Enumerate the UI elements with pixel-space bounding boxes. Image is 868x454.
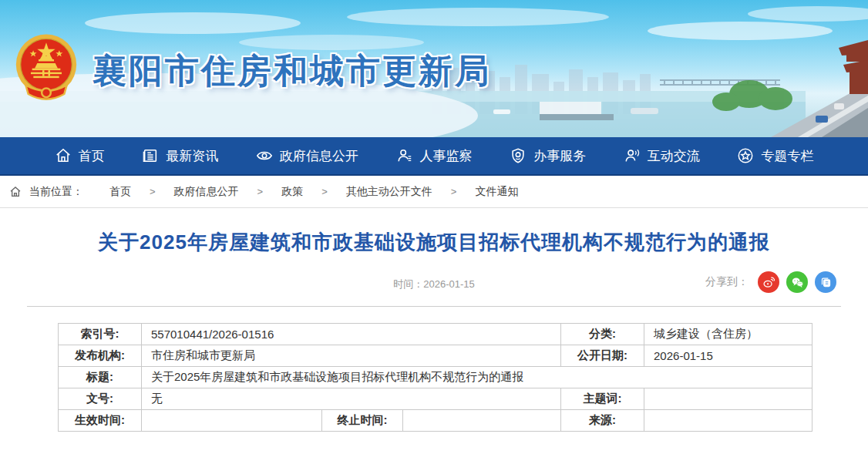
- effective-date-label: 生效时间:: [59, 410, 142, 432]
- doc-number-label: 文号:: [59, 388, 142, 410]
- breadcrumb-home-icon: [9, 186, 22, 198]
- breadcrumb-link-policy[interactable]: 政策: [281, 185, 303, 199]
- star-circle-icon: [737, 147, 754, 164]
- eye-icon: [256, 147, 273, 164]
- issuing-agency-value: 市住房和城市更新局: [142, 345, 561, 367]
- breadcrumb-link-home[interactable]: 首页: [109, 185, 131, 199]
- breadcrumb-link-gov-info[interactable]: 政府信息公开: [174, 185, 239, 199]
- source-label: 来源:: [561, 410, 644, 432]
- article-meta-line: 时间：2026-01-15 分享到：: [0, 271, 868, 296]
- wechat-icon: [791, 276, 804, 289]
- nav-label: 互动交流: [648, 147, 700, 165]
- agency-name: 襄阳市住房和城市更新局: [93, 49, 491, 94]
- nav-label: 最新资讯: [166, 147, 218, 165]
- article-area: 关于2025年房屋建筑和市政基础设施项目招标代理机构不规范行为的通报 时间：20…: [0, 208, 868, 432]
- nav-item-gov-info[interactable]: 政府信息公开: [256, 147, 358, 165]
- breadcrumb-separator: >: [451, 186, 457, 197]
- effective-date-value: [142, 410, 322, 432]
- share-label: 分享到：: [705, 275, 749, 289]
- nav-label: 首页: [79, 147, 105, 165]
- person-icon: [396, 147, 413, 164]
- weibo-icon: [762, 276, 775, 289]
- nav-label: 办事服务: [533, 147, 586, 165]
- breadcrumb-link-other-public-docs[interactable]: 其他主动公开文件: [346, 185, 432, 199]
- breadcrumb-prefix: 当前位置：: [29, 185, 83, 199]
- home-icon: [55, 147, 72, 164]
- time-value: 2026-01-15: [423, 278, 475, 290]
- source-value: [644, 410, 812, 432]
- category-label: 分类:: [561, 324, 644, 345]
- site-banner: 襄阳市住房和城市更新局: [0, 0, 868, 137]
- category-value: 城乡建设（含住房）: [644, 324, 812, 345]
- shield-icon: [510, 147, 527, 164]
- nav-item-personnel[interactable]: 人事监察: [396, 147, 473, 165]
- keywords-value: [644, 388, 812, 410]
- table-row: 发布机构: 市住房和城市更新局 公开日期: 2026-01-15: [59, 345, 812, 367]
- title-value: 关于2025年房屋建筑和市政基础设施项目招标代理机构不规范行为的通报: [142, 367, 812, 388]
- nav-label: 专题专栏: [761, 147, 813, 165]
- share-weibo-button[interactable]: [758, 271, 779, 293]
- publish-date-label: 公开日期:: [561, 345, 644, 367]
- share-wechat-button[interactable]: [786, 271, 808, 293]
- index-number-label: 索引号:: [59, 324, 142, 345]
- title-label: 标题:: [59, 367, 142, 388]
- expiry-date-label: 终止时间:: [322, 410, 403, 432]
- article-title: 关于2025年房屋建筑和市政基础设施项目招标代理机构不规范行为的通报: [0, 229, 868, 256]
- issuing-agency-label: 发布机构:: [59, 345, 142, 367]
- table-row: 生效时间: 终止时间: 来源:: [59, 410, 812, 432]
- breadcrumb-separator: >: [257, 186, 264, 197]
- section-divider: [27, 306, 841, 307]
- keywords-label: 主题词:: [561, 388, 644, 410]
- expiry-date-value: [403, 410, 561, 432]
- news-icon: [142, 147, 159, 164]
- document-meta-table: 索引号: 557010441/2026-01516 分类: 城乡建设（含住房） …: [58, 323, 868, 432]
- publish-date-value: 2026-01-15: [644, 345, 812, 367]
- copy-link-icon: [819, 276, 833, 289]
- chat-people-icon: [624, 147, 641, 164]
- doc-number-value: 无: [142, 388, 561, 410]
- time-label: 时间：: [393, 278, 423, 290]
- index-number-value: 557010441/2026-01516: [142, 324, 561, 345]
- site-logo-link[interactable]: 襄阳市住房和城市更新局: [14, 32, 491, 109]
- breadcrumb-link-doc-notice[interactable]: 文件通知: [475, 185, 518, 199]
- table-row: 文号: 无 主题词:: [59, 388, 812, 410]
- table-row: 索引号: 557010441/2026-01516 分类: 城乡建设（含住房）: [59, 324, 812, 345]
- breadcrumb: 当前位置： 首页 > 政府信息公开 > 政策 > 其他主动公开文件 > 文件通知: [0, 176, 868, 208]
- share-copy-link-button[interactable]: [815, 271, 836, 293]
- china-national-emblem-icon: [14, 32, 79, 109]
- page: 襄阳市住房和城市更新局 首页 最新资讯 政府信息公开 人事监察: [0, 0, 868, 454]
- nav-item-news[interactable]: 最新资讯: [142, 147, 218, 165]
- nav-item-special-topics[interactable]: 专题专栏: [737, 147, 813, 165]
- nav-item-services[interactable]: 办事服务: [510, 147, 586, 165]
- nav-label: 政府信息公开: [280, 147, 358, 165]
- share-bar: 分享到：: [705, 271, 836, 293]
- breadcrumb-separator: >: [321, 186, 328, 197]
- main-nav: 首页 最新资讯 政府信息公开 人事监察 办事服务: [0, 137, 868, 176]
- nav-item-interaction[interactable]: 互动交流: [624, 147, 700, 165]
- nav-item-home[interactable]: 首页: [55, 147, 105, 165]
- breadcrumb-separator: >: [150, 186, 156, 197]
- table-row: 标题: 关于2025年房屋建筑和市政基础设施项目招标代理机构不规范行为的通报: [59, 367, 812, 388]
- nav-label: 人事监察: [420, 147, 473, 165]
